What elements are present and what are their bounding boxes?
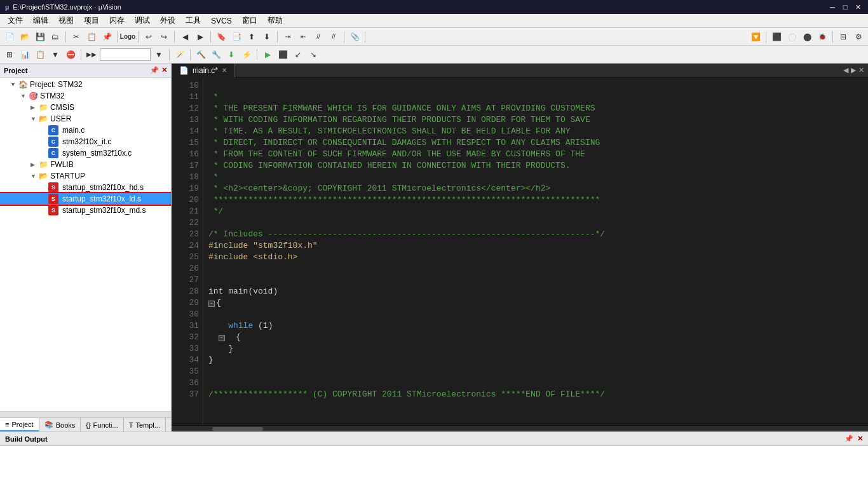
step-over-btn[interactable]: ↘ [306, 48, 320, 62]
tree-stm32[interactable]: ▼ 🎯 STM32 [0, 90, 171, 102]
toolbar2-sep-4 [257, 49, 257, 60]
cmsis-folder-icon: 📁 [38, 102, 48, 112]
copy-button[interactable]: 📋 [85, 30, 98, 44]
comment-button[interactable]: // [311, 30, 325, 44]
code-editor[interactable]: * * THE PRESENT FIRMWARE WHICH IS FOR GU… [203, 78, 868, 425]
code-horizontal-scrollbar[interactable] [172, 425, 868, 431]
nav-back-button[interactable]: ◀ [178, 30, 192, 44]
menu-item-文件[interactable]: 文件 [3, 14, 28, 27]
tab-left-arrow[interactable]: ◀ [843, 66, 848, 74]
nav-forward-button[interactable]: ▶ [193, 30, 207, 44]
uncomment-button[interactable]: // [327, 30, 341, 44]
new-file-button[interactable]: 📄 [3, 30, 17, 44]
tb2-btn5[interactable]: ▶▶ [85, 48, 98, 62]
panel-pin-icon[interactable]: 📌 [150, 66, 159, 74]
tab-close-icon[interactable]: ✕ [222, 67, 227, 74]
flash-download-btn[interactable]: ⚡ [240, 48, 254, 62]
tree-user[interactable]: ▼ 📂 USER [0, 113, 171, 125]
menu-item-闪存[interactable]: 闪存 [104, 14, 130, 27]
panel-close-icon[interactable]: ✕ [161, 66, 167, 74]
code-area: 10 11 12 13 14 15 16 17 18 19 20 21 22 2… [172, 78, 868, 425]
tb2-btn1[interactable]: ⊞ [3, 48, 17, 62]
prev-bookmark-button[interactable]: ⬆ [245, 30, 259, 44]
undo-button[interactable]: ↩ [142, 30, 156, 44]
editor-tab-main-c[interactable]: 📄 main.c* ✕ [172, 64, 235, 78]
stop-btn[interactable]: ⬛ [276, 48, 290, 62]
line-num-25: 25 [172, 252, 199, 263]
toolbar-sep-5 [210, 31, 211, 43]
tree-fwlib[interactable]: ▶ 📁 FWLIB [0, 159, 171, 170]
debug-toggle-btn[interactable]: ◯ [785, 30, 799, 44]
tree-startup[interactable]: ▼ 📂 STARTUP [0, 170, 171, 182]
redo-button[interactable]: ↪ [157, 30, 171, 44]
menu-item-编辑[interactable]: 编辑 [28, 14, 53, 27]
project-panel-icons: 📌 ✕ [150, 66, 167, 74]
tree-main-c[interactable]: C main.c [0, 125, 171, 136]
menu-item-SVCS[interactable]: SVCS [206, 15, 237, 27]
search-combo-btn[interactable]: 🔽 [749, 30, 763, 44]
cut-button[interactable]: ✂ [69, 30, 83, 44]
paste-button[interactable]: 📌 [100, 30, 114, 44]
menu-item-调试[interactable]: 调试 [130, 14, 155, 27]
tab-functions[interactable]: {} Functi... [81, 418, 123, 431]
save-button[interactable]: 💾 [33, 30, 47, 44]
tab-close-all[interactable]: ✕ [858, 66, 864, 74]
logo-button[interactable]: Logo [121, 30, 135, 44]
bookmark-button[interactable]: 🔖 [214, 30, 228, 44]
editor-tab-bar: 📄 main.c* ✕ ◀ ▶ ✕ [172, 64, 868, 78]
options-btn[interactable]: ⬤ [800, 30, 814, 44]
build-output-title: Build Output [5, 435, 48, 443]
menu-item-视图[interactable]: 视图 [53, 14, 79, 27]
tab-project[interactable]: ≡ Project [0, 418, 39, 431]
tree-startup-ld[interactable]: S startup_stm32f10x_ld.s [0, 193, 171, 205]
toolbar-sep-8 [365, 31, 365, 43]
window-mode-btn[interactable]: ⊟ [836, 30, 850, 44]
config-btn[interactable]: 🐞 [815, 30, 829, 44]
target-selector[interactable]: STM32 [100, 48, 151, 61]
menu-item-工具[interactable]: 工具 [180, 14, 206, 27]
tb2-btn2[interactable]: 📊 [18, 48, 32, 62]
unindent-button[interactable]: ⇤ [296, 30, 310, 44]
tb2-dropdown[interactable]: ▼ [48, 48, 62, 62]
next-bookmark-button[interactable]: ⬇ [260, 30, 274, 44]
tab-right-arrow[interactable]: ▶ [851, 66, 856, 74]
build-close-icon[interactable]: ✕ [857, 435, 863, 443]
tree-startup-hd[interactable]: S startup_stm32f10x_hd.s [0, 182, 171, 193]
run-btn[interactable]: ▶ [261, 48, 275, 62]
tree-hscroll[interactable] [0, 411, 171, 417]
flash-btn[interactable]: ⬛ [770, 30, 783, 44]
tree-cmsis[interactable]: ▶ 📁 CMSIS [0, 102, 171, 113]
menu-item-帮助[interactable]: 帮助 [262, 14, 288, 27]
bookmark2-button[interactable]: 📑 [229, 30, 243, 44]
tab-books[interactable]: 📚 Books [39, 418, 81, 431]
save-all-button[interactable]: 🗂 [48, 30, 62, 44]
open-button[interactable]: 📂 [18, 30, 32, 44]
tree-system-c[interactable]: C system_stm32f10x.c [0, 147, 171, 159]
settings-btn[interactable]: ⚙ [851, 30, 865, 44]
tree-root[interactable]: ▼ 🏠 Project: STM32 [0, 79, 171, 90]
rebuild-btn[interactable]: 🔧 [209, 48, 223, 62]
target-dropdown-btn[interactable]: ▼ [152, 48, 166, 62]
snippet-button[interactable]: 📎 [348, 30, 362, 44]
tree-startup-md[interactable]: S startup_stm32f10x_md.s [0, 205, 171, 216]
build-pin-icon[interactable]: 📌 [844, 435, 853, 443]
build-btn[interactable]: 🔨 [194, 48, 208, 62]
menu-item-项目[interactable]: 项目 [79, 14, 104, 27]
indent-button[interactable]: ⇥ [281, 30, 295, 44]
minimize-button[interactable]: ─ [827, 3, 837, 11]
build-output-content[interactable] [0, 446, 868, 488]
toolbar2-sep-3 [190, 49, 191, 60]
download-btn[interactable]: ⬇ [224, 48, 238, 62]
toolbar-row-2: ⊞ 📊 📋 ▼ ⛔ ▶▶ STM32 ▼ 🪄 🔨 🔧 ⬇ ⚡ ▶ ⬛ ↙ ↘ [0, 46, 868, 64]
close-button[interactable]: ✕ [853, 3, 863, 11]
step-into-btn[interactable]: ↙ [291, 48, 305, 62]
tab-templates[interactable]: T Templ... [124, 418, 166, 431]
tb2-btn4[interactable]: ⛔ [64, 48, 78, 62]
tb2-btn3[interactable]: 📋 [33, 48, 47, 62]
magic-wand-btn[interactable]: 🪄 [173, 48, 187, 62]
tree-it-c[interactable]: C stm32f10x_it.c [0, 136, 171, 147]
menu-item-窗口[interactable]: 窗口 [237, 14, 262, 27]
menu-item-外设[interactable]: 外设 [155, 14, 180, 27]
startup-ld-label: startup_stm32f10x_ld.s [62, 194, 141, 203]
maximize-button[interactable]: □ [840, 3, 850, 11]
